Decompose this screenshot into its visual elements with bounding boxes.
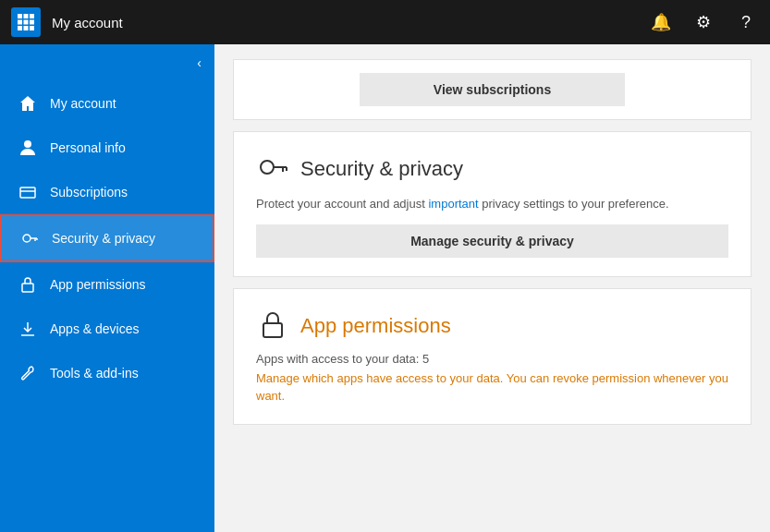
key-icon xyxy=(20,229,39,248)
topbar-icons: 🔔 ⚙ ? xyxy=(648,9,759,35)
svg-point-18 xyxy=(261,161,274,174)
grid-icon[interactable] xyxy=(11,7,41,37)
svg-rect-16 xyxy=(22,284,33,292)
download-icon xyxy=(18,320,37,338)
manage-security-button[interactable]: Manage security & privacy xyxy=(256,224,728,258)
sidebar-item-apps-devices-label: Apps & devices xyxy=(50,321,140,336)
help-icon[interactable]: ? xyxy=(733,9,759,35)
security-privacy-card: Security & privacy Protect your account … xyxy=(233,131,752,277)
svg-rect-6 xyxy=(18,26,22,30)
important-link[interactable]: important xyxy=(428,197,478,211)
lock-icon xyxy=(18,275,37,294)
app-permissions-title: App permissions xyxy=(300,314,451,338)
sidebar-item-subscriptions-label: Subscriptions xyxy=(50,185,128,200)
sidebar-item-security-privacy-label: Security & privacy xyxy=(52,231,155,246)
security-card-title: Security & privacy xyxy=(300,157,463,181)
sidebar-item-apps-devices[interactable]: Apps & devices xyxy=(0,307,214,351)
svg-rect-8 xyxy=(30,26,34,30)
sidebar-item-personal-info[interactable]: Personal info xyxy=(0,126,214,170)
app-permissions-card: App permissions Apps with access to your… xyxy=(233,288,752,425)
app-permissions-lock-icon xyxy=(256,308,289,345)
svg-rect-3 xyxy=(18,20,22,25)
home-icon xyxy=(18,94,37,113)
sidebar-item-subscriptions[interactable]: Subscriptions xyxy=(0,170,214,214)
svg-rect-2 xyxy=(30,14,34,18)
svg-point-12 xyxy=(23,235,31,242)
app-permissions-card-header: App permissions xyxy=(256,308,728,345)
apps-count-text: Apps with access to your data: 5 xyxy=(256,352,728,366)
collapse-icon: ‹ xyxy=(197,55,202,70)
sidebar: ‹ My account Personal info xyxy=(0,44,214,532)
sidebar-item-my-account[interactable]: My account xyxy=(0,81,214,126)
svg-rect-22 xyxy=(263,323,282,337)
card-icon xyxy=(18,183,37,201)
settings-icon[interactable]: ⚙ xyxy=(691,9,716,35)
subscriptions-card: View subscriptions xyxy=(233,59,752,120)
main-layout: ‹ My account Personal info xyxy=(0,44,770,532)
content-area: View subscriptions Security & privacy Pr… xyxy=(214,44,770,532)
topbar: My account 🔔 ⚙ ? xyxy=(0,0,770,44)
svg-rect-7 xyxy=(24,26,29,30)
svg-rect-1 xyxy=(24,14,29,18)
person-icon xyxy=(18,139,37,157)
sidebar-collapse-button[interactable]: ‹ xyxy=(0,44,214,81)
svg-rect-0 xyxy=(18,14,22,18)
view-subscriptions-button[interactable]: View subscriptions xyxy=(360,73,625,106)
sidebar-item-tools-addins-label: Tools & add-ins xyxy=(50,366,139,381)
sidebar-item-security-privacy[interactable]: Security & privacy xyxy=(0,214,214,262)
sidebar-item-personal-info-label: Personal info xyxy=(50,140,126,155)
notification-icon[interactable]: 🔔 xyxy=(648,9,674,35)
svg-point-9 xyxy=(24,140,31,148)
sidebar-item-app-permissions-label: App permissions xyxy=(50,277,146,292)
security-key-icon xyxy=(256,151,289,187)
sidebar-item-my-account-label: My account xyxy=(50,96,116,111)
sidebar-item-app-permissions[interactable]: App permissions xyxy=(0,262,214,307)
sidebar-item-tools-addins[interactable]: Tools & add-ins xyxy=(0,351,214,395)
wrench-icon xyxy=(18,364,37,382)
apps-manage-text: Manage which apps have access to your da… xyxy=(256,369,728,405)
svg-rect-4 xyxy=(24,20,29,25)
security-card-header: Security & privacy xyxy=(256,151,728,187)
security-card-description: Protect your account and adjust importan… xyxy=(256,195,728,213)
topbar-title: My account xyxy=(52,15,648,30)
svg-rect-5 xyxy=(30,20,34,25)
svg-rect-10 xyxy=(20,187,35,198)
